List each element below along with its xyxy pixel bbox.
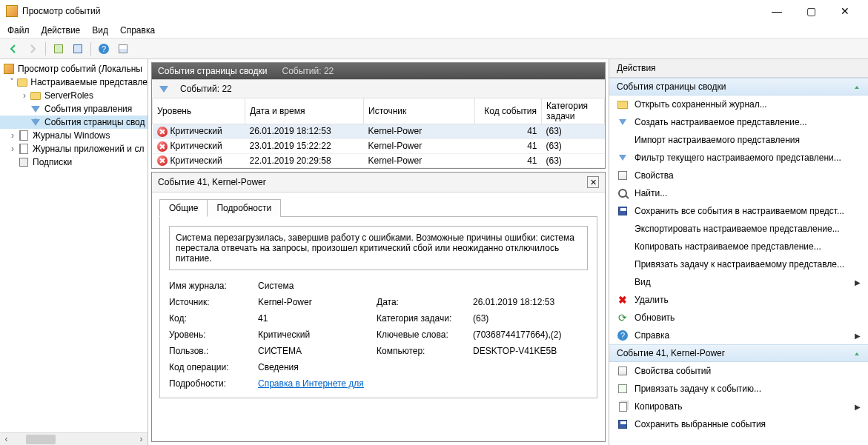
properties-icon xyxy=(618,171,627,180)
titlebar: Просмотр событий — ▢ ✕ xyxy=(0,0,868,22)
actions-section-event[interactable]: Событие 41, Kernel-Power ▲ xyxy=(609,344,868,362)
online-help-link[interactable]: Справка в Интернете для xyxy=(258,378,621,389)
tree-app-logs[interactable]: › Журналы приложений и сл xyxy=(0,142,148,155)
events-panel: События страницы сводки Событий: 22 Собы… xyxy=(151,62,606,169)
grid-row[interactable]: Критический 23.01.2019 15:22:22 Kernel-P… xyxy=(153,138,605,153)
grid-row[interactable]: Критический 22.01.2019 20:29:58 Kernel-P… xyxy=(153,153,605,168)
layout-button[interactable] xyxy=(114,41,132,57)
menu-file[interactable]: Файл xyxy=(7,25,30,36)
chevron-right-icon: ▶ xyxy=(855,278,861,287)
events-panel-header: События страницы сводки Событий: 22 xyxy=(152,63,605,79)
expand-icon[interactable]: › xyxy=(19,90,30,101)
folder-icon xyxy=(30,92,41,100)
tab-body: Система перезагрузилась, завершив работу… xyxy=(159,216,597,398)
action-import-custom-view[interactable]: Импорт настраиваемого представления xyxy=(609,131,868,149)
forward-button[interactable] xyxy=(24,41,42,57)
collapse-icon[interactable]: ˅ xyxy=(7,77,17,87)
grid-row[interactable]: Критический 26.01.2019 18:12:53 Kernel-P… xyxy=(153,124,605,139)
col-date[interactable]: Дата и время xyxy=(245,98,364,124)
action-copy-event[interactable]: Копировать▶ xyxy=(609,398,868,415)
action-save-selected[interactable]: Сохранить выбранные события xyxy=(609,415,868,433)
tree-windows-logs[interactable]: › Журналы Windows xyxy=(0,129,148,142)
expand-icon[interactable]: › xyxy=(7,144,18,154)
tree-serverroles[interactable]: › ServerRoles xyxy=(0,89,148,102)
events-grid[interactable]: Уровень Дата и время Источник Код событи… xyxy=(152,98,605,168)
event-message: Система перезагрузилась, завершив работу… xyxy=(169,226,588,270)
minimize-button[interactable]: — xyxy=(760,0,794,22)
tab-general[interactable]: Общие xyxy=(159,199,208,217)
action-view-submenu[interactable]: Вид▶ xyxy=(609,273,868,291)
action-attach-task-event[interactable]: Привязать задачу к событию... xyxy=(609,380,868,398)
tab-details[interactable]: Подробности xyxy=(207,199,281,217)
tree-admin-events[interactable]: События управления xyxy=(0,102,148,116)
collapse-icon: ▲ xyxy=(853,350,861,356)
action-copy-view[interactable]: Копировать настраиваемое представление..… xyxy=(609,238,868,255)
actions-pane: Действия События страницы сводки ▲ Откры… xyxy=(609,59,868,445)
toolbar: ? xyxy=(0,39,868,59)
critical-icon xyxy=(157,127,168,137)
center-pane: События страницы сводки Событий: 22 Собы… xyxy=(148,59,609,445)
search-icon xyxy=(618,189,627,198)
tree-subscriptions[interactable]: Подписки xyxy=(0,155,148,169)
detail-panel: Событие 41, Kernel-Power ✕ Общие Подробн… xyxy=(151,172,606,442)
filter-icon xyxy=(159,86,168,93)
detail-title: Событие 41, Kernel-Power xyxy=(158,177,266,187)
menu-help[interactable]: Справка xyxy=(120,25,155,36)
col-source[interactable]: Источник xyxy=(364,98,475,124)
log-icon xyxy=(19,130,28,141)
menu-view[interactable]: Вид xyxy=(92,25,108,36)
menu-action[interactable]: Действие xyxy=(42,25,81,36)
filter-count: Событий: 22 xyxy=(180,84,232,94)
filter-bar: Событий: 22 xyxy=(152,79,605,98)
action-open-saved-log[interactable]: Открыть сохраненный журнал... xyxy=(609,96,868,113)
filter-icon xyxy=(31,106,40,113)
collapse-icon: ▲ xyxy=(853,84,861,90)
show-tree-button[interactable] xyxy=(50,41,67,57)
app-icon xyxy=(6,5,18,17)
folder-icon xyxy=(17,78,27,87)
action-refresh[interactable]: ⟳Обновить xyxy=(609,309,868,327)
refresh-icon: ⟳ xyxy=(618,312,627,323)
action-save-all-events[interactable]: Сохранить все события в настраиваемом пр… xyxy=(609,202,868,220)
actions-section-summary[interactable]: События страницы сводки ▲ xyxy=(609,78,868,96)
chevron-right-icon: ▶ xyxy=(855,332,861,340)
window-title: Просмотр событий xyxy=(22,6,100,16)
save-icon xyxy=(618,420,627,429)
critical-icon xyxy=(157,155,168,166)
log-icon xyxy=(19,144,28,154)
navigation-tree[interactable]: Просмотр событий (Локальны ˅ Настраиваем… xyxy=(0,59,148,445)
save-icon xyxy=(618,207,627,215)
close-button[interactable]: ✕ xyxy=(828,0,862,22)
filter-icon xyxy=(619,155,626,161)
eventviewer-icon xyxy=(4,64,14,74)
help-icon: ? xyxy=(617,330,628,341)
action-help[interactable]: ?Справка▶ xyxy=(609,327,868,344)
detail-close-button[interactable]: ✕ xyxy=(587,176,599,188)
col-category[interactable]: Категория задачи xyxy=(542,98,605,124)
filter-icon xyxy=(619,119,626,125)
menubar: Файл Действие Вид Справка xyxy=(0,22,868,39)
tree-scrollbar[interactable]: ‹› xyxy=(0,432,148,445)
action-create-custom-view[interactable]: Создать настраиваемое представление... xyxy=(609,113,868,131)
filter-icon xyxy=(31,119,40,126)
task-icon xyxy=(618,384,627,393)
event-properties: Имя журнала: Система Источник: Kernel-Po… xyxy=(169,281,588,389)
action-filter-current[interactable]: Фильтр текущего настраиваемого представл… xyxy=(609,149,868,167)
action-export-view[interactable]: Экспортировать настраиваемое представлен… xyxy=(609,220,868,238)
action-event-properties[interactable]: Свойства событий xyxy=(609,362,868,380)
action-attach-task[interactable]: Привязать задачу к настраиваемому предст… xyxy=(609,255,868,273)
col-eventid[interactable]: Код события xyxy=(475,98,542,124)
help-button[interactable]: ? xyxy=(95,41,113,57)
col-level[interactable]: Уровень xyxy=(153,98,245,124)
tree-root[interactable]: Просмотр событий (Локальны xyxy=(0,62,148,76)
action-properties[interactable]: Свойства xyxy=(609,167,868,184)
expand-icon[interactable]: › xyxy=(7,130,18,141)
maximize-button[interactable]: ▢ xyxy=(794,0,828,22)
tree-custom-views[interactable]: ˅ Настраиваемые представле xyxy=(0,76,148,89)
delete-icon: ✖ xyxy=(618,295,627,305)
action-delete[interactable]: ✖Удалить xyxy=(609,291,868,309)
action-find[interactable]: Найти... xyxy=(609,184,868,202)
tree-summary-events[interactable]: События страницы свод xyxy=(0,116,148,129)
back-button[interactable] xyxy=(4,41,22,57)
panel-toggle-button[interactable] xyxy=(69,41,87,57)
